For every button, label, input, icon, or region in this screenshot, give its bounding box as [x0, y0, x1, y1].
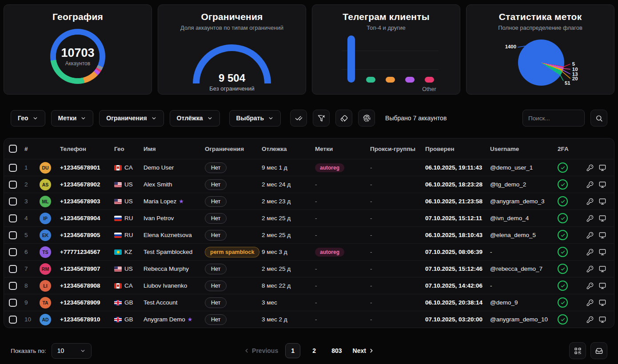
avatar: EK — [40, 229, 51, 241]
monitor-icon[interactable] — [599, 265, 606, 273]
proxy-cell: - — [370, 164, 425, 171]
row-checkbox[interactable] — [9, 231, 17, 239]
username-cell: @anygram_demo_3 — [490, 198, 558, 205]
previous-page-button[interactable]: Previous — [243, 347, 278, 354]
page-button-1[interactable]: 1 — [285, 343, 300, 358]
otlezhka-cell: 2 мес 24 д — [262, 181, 315, 188]
avatar: DU — [40, 162, 51, 174]
tags-cell: autoreg — [315, 248, 370, 257]
username-cell: - — [490, 249, 558, 255]
row-number: 4 — [24, 215, 40, 222]
checked-at-cell: 07.10.2025, 15:12:46 — [425, 265, 490, 272]
page-button-2[interactable]: 2 — [307, 343, 322, 358]
table-row[interactable]: 5 EK +12345678905 RU Elena Kuznetsova★ Н… — [4, 226, 614, 243]
monitor-icon[interactable] — [599, 282, 606, 289]
eraser-button[interactable] — [335, 110, 352, 127]
table-row[interactable]: 7 RM +12345678907 US Rebecca Murphy★ Нет… — [4, 260, 614, 277]
avatar: ML — [40, 196, 51, 207]
restriction-badge: Нет — [205, 264, 227, 274]
otlezhka-cell: 8 мес 22 д — [262, 282, 315, 289]
per-page-label: Показать по: — [11, 348, 46, 354]
table-row[interactable]: 6 TS +77771234567 KZ Test Spamblocked★ p… — [4, 243, 614, 260]
monitor-icon[interactable] — [599, 164, 606, 171]
table-footer: Показать по: 10 Previous 12803 Next — [0, 342, 618, 359]
avatar: IP — [40, 213, 51, 224]
row-checkbox[interactable] — [9, 164, 17, 172]
proxy-cell: - — [370, 316, 425, 323]
key-icon[interactable] — [586, 232, 594, 239]
card-geography-title: География — [4, 12, 152, 22]
country-flag — [114, 317, 122, 322]
row-checkbox[interactable] — [9, 181, 17, 189]
table-row[interactable]: 8 LI +12345678908 CA Liubov Ivanenko★ Не… — [4, 277, 614, 294]
row-number: 3 — [24, 198, 40, 205]
key-icon[interactable] — [586, 316, 594, 323]
otlezhka-cell: 9 мес 3 д — [262, 249, 315, 255]
username-cell: @anygram_demo_10 — [490, 316, 558, 323]
table-row[interactable]: 9 TA +12345678909 GB Test Account★ Нет 3… — [4, 294, 614, 311]
row-checkbox[interactable] — [9, 198, 17, 206]
table-row[interactable]: 3 ML +12345678903 US Maria Lopez★ Нет 2 … — [4, 193, 614, 210]
select-all-button[interactable] — [290, 110, 307, 127]
table-row[interactable]: 1 DU +12345678901 CA Demo User★ Нет 9 ме… — [4, 159, 614, 176]
key-icon[interactable] — [586, 164, 594, 171]
page-button-803[interactable]: 803 — [328, 343, 345, 358]
table-row[interactable]: 10 AD +12345678910 GB Anygram Demo★ Нет … — [4, 311, 614, 328]
monitor-icon[interactable] — [599, 215, 606, 222]
restriction-badge: Нет — [205, 196, 227, 207]
monitor-icon[interactable] — [599, 198, 606, 205]
row-checkbox[interactable] — [9, 214, 17, 222]
clear-filters-button[interactable] — [313, 110, 330, 127]
filter-geo-dropdown[interactable]: Гео — [11, 110, 45, 127]
header-checked: Проверен — [425, 146, 490, 152]
filter-otlezhka-dropdown[interactable]: Отлёжка — [170, 110, 220, 127]
fingerprint-button[interactable] — [358, 110, 375, 127]
checked-at-cell: 06.10.2025, 21:23:58 — [425, 198, 490, 205]
phone-cell: +12345678901 — [60, 164, 114, 171]
card-tags-title: Статистика меток — [466, 12, 614, 22]
card-clients-subtitle: Топ-4 и другие — [312, 24, 460, 31]
key-icon[interactable] — [586, 265, 594, 273]
card-geography: География 10703 Аккаунтов — [4, 4, 152, 95]
chevron-down-icon — [207, 115, 213, 121]
dashboard-page: География 10703 Аккаунтов Ограничения До… — [0, 0, 618, 364]
monitor-icon[interactable] — [599, 299, 606, 306]
restriction-badge: Нет — [205, 230, 227, 241]
row-checkbox[interactable] — [9, 282, 17, 290]
key-icon[interactable] — [586, 282, 594, 289]
filter-restrictions-label: Ограничения — [106, 115, 147, 122]
monitor-icon[interactable] — [599, 232, 606, 239]
select-all-checkbox[interactable] — [9, 145, 17, 153]
filter-restrictions-dropdown[interactable]: Ограничения — [99, 110, 163, 127]
key-icon[interactable] — [586, 249, 594, 256]
phone-cell: +12345678905 — [60, 232, 114, 238]
country-flag — [114, 283, 122, 289]
monitor-icon[interactable] — [599, 181, 606, 188]
row-checkbox[interactable] — [9, 316, 17, 324]
key-icon[interactable] — [586, 198, 594, 205]
monitor-icon[interactable] — [599, 249, 606, 256]
row-checkbox[interactable] — [9, 248, 17, 256]
next-page-button[interactable]: Next — [353, 347, 375, 354]
key-icon[interactable] — [586, 299, 594, 306]
row-checkbox[interactable] — [9, 265, 17, 273]
qr-code-button[interactable] — [569, 342, 586, 359]
select-action-dropdown[interactable]: Выбрать — [229, 110, 281, 127]
filter-tags-dropdown[interactable]: Метки — [51, 110, 94, 127]
per-page-select[interactable]: 10 — [52, 343, 92, 359]
name-cell: Ivan Petrov — [144, 215, 174, 222]
monitor-icon[interactable] — [599, 316, 606, 323]
table-row[interactable]: 4 IP +12345678904 RU Ivan Petrov★ Нет 2 … — [4, 210, 614, 226]
geo-code: US — [124, 265, 133, 272]
row-checkbox[interactable] — [9, 299, 17, 307]
table-row[interactable]: 2 AS +12345678902 US Alex Smith★ Нет 2 м… — [4, 176, 614, 193]
key-icon[interactable] — [586, 215, 594, 222]
inbox-button[interactable] — [590, 342, 607, 359]
2fa-check-icon — [558, 264, 568, 274]
header-num: # — [24, 146, 40, 152]
stat-cards-row: География 10703 Аккаунтов Ограничения До… — [0, 0, 618, 95]
geo-code: US — [124, 198, 133, 205]
search-input[interactable] — [522, 110, 585, 127]
key-icon[interactable] — [586, 181, 594, 188]
search-button[interactable] — [590, 110, 607, 127]
